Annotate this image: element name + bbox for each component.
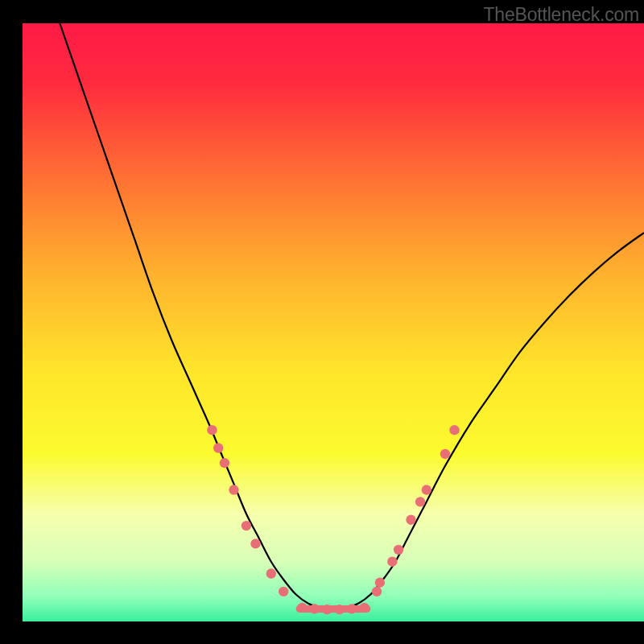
marker-dot	[406, 514, 415, 524]
marker-dot	[422, 485, 431, 494]
marker-dot	[375, 578, 385, 588]
chart-frame	[23, 0, 644, 621]
marker-dot	[213, 443, 223, 452]
marker-dot	[279, 587, 288, 597]
marker-dot	[297, 603, 307, 613]
marker-dot	[372, 587, 382, 597]
marker-dot	[220, 458, 229, 468]
marker-dot	[415, 497, 425, 506]
flat-bottom-segment	[296, 605, 371, 613]
marker-dot	[387, 557, 397, 567]
marker-dot	[250, 539, 260, 548]
marker-dot	[359, 603, 369, 613]
marker-dot	[335, 605, 345, 614]
gradient-background	[23, 23, 644, 621]
marker-dot	[440, 449, 450, 459]
marker-dot	[207, 425, 217, 435]
marker-dot	[242, 521, 251, 530]
watermark-text: TheBottleneck.com	[484, 4, 639, 26]
marker-dot	[310, 604, 320, 613]
marker-dot	[449, 425, 459, 435]
bottleneck-chart	[23, 0, 644, 621]
marker-dot	[229, 485, 238, 494]
marker-dot	[347, 604, 357, 613]
marker-dot	[394, 545, 403, 555]
marker-dot	[266, 568, 276, 578]
marker-dot	[322, 605, 332, 614]
